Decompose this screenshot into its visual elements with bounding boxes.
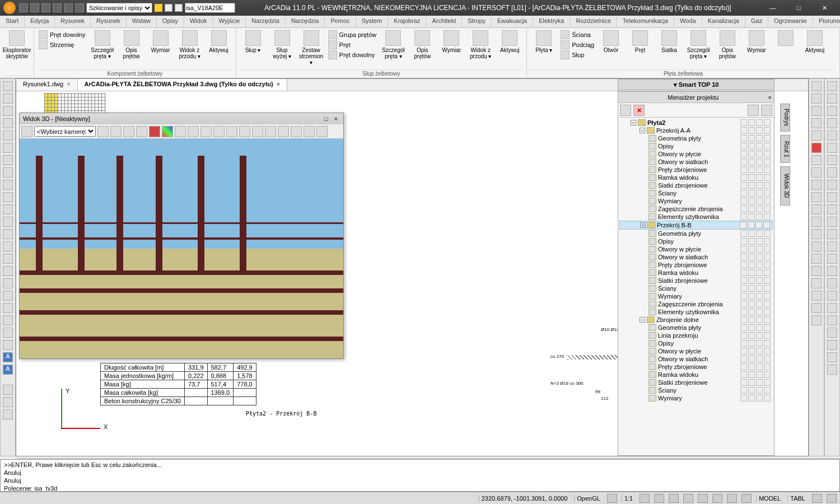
tree-item[interactable]: Elementy użytkownika — [619, 213, 773, 221]
minimize-button[interactable]: — — [760, 2, 785, 13]
rt-tool6-icon[interactable] — [811, 291, 822, 301]
lock-icon[interactable] — [748, 293, 755, 300]
lock-icon[interactable] — [748, 324, 755, 331]
ribbon-tab[interactable]: Telekomunikacja — [617, 16, 674, 27]
tree-item[interactable]: Siatki zbrojeniowe — [619, 277, 773, 284]
grupa-pretow-button[interactable]: Grupa prętów — [328, 30, 377, 39]
lock-icon[interactable] — [748, 332, 755, 339]
visibility-icon[interactable] — [740, 309, 747, 315]
visibility-icon[interactable] — [740, 190, 747, 197]
spline-tool-icon[interactable] — [3, 130, 13, 141]
visibility-icon[interactable] — [740, 182, 747, 189]
rt-delete-icon[interactable] — [811, 143, 822, 153]
checkbox[interactable] — [764, 356, 771, 362]
visibility-icon[interactable] — [740, 348, 747, 354]
visibility-icon[interactable] — [740, 230, 747, 237]
qat-undo-icon[interactable] — [64, 3, 73, 12]
otwor-button[interactable]: Otwór — [598, 29, 624, 54]
print-icon[interactable] — [756, 340, 763, 347]
tree-item[interactable]: Ramka widoku — [619, 371, 773, 379]
sb-icon[interactable] — [727, 494, 737, 503]
circle-tool-icon[interactable] — [3, 118, 13, 128]
sb-icon[interactable] — [712, 494, 722, 503]
pan-tool-icon[interactable] — [3, 385, 13, 395]
ribbon-tab[interactable]: Narzędzia — [286, 16, 325, 27]
print-icon[interactable] — [756, 213, 763, 220]
lock-icon[interactable] — [748, 135, 755, 142]
print-icon[interactable] — [756, 127, 763, 134]
checkbox[interactable] — [764, 379, 771, 386]
visibility-icon[interactable] — [740, 238, 747, 245]
lock-icon[interactable] — [748, 213, 755, 220]
slup-button[interactable]: Słup ▾ — [240, 29, 267, 54]
visibility-icon[interactable] — [740, 151, 747, 157]
checkbox[interactable] — [764, 262, 771, 268]
rt-pipe-icon[interactable] — [811, 118, 822, 128]
rt-tool3-icon[interactable] — [811, 254, 822, 264]
rt-tool2-icon[interactable] — [811, 241, 822, 251]
rt2-g-icon[interactable] — [827, 155, 837, 165]
checkbox[interactable] — [764, 230, 771, 237]
snapshot-icon[interactable] — [226, 126, 237, 137]
sb-icon[interactable] — [654, 494, 664, 503]
checkbox[interactable] — [764, 143, 771, 150]
panel-filter-icon[interactable] — [748, 105, 759, 116]
tree-item[interactable]: Siatki zbrojeniowe — [619, 379, 773, 386]
sun-icon[interactable] — [265, 126, 276, 137]
camera-icon[interactable] — [21, 126, 32, 137]
rt-polar-icon[interactable] — [811, 217, 822, 227]
checkbox[interactable] — [764, 340, 771, 347]
checkbox[interactable] — [764, 332, 771, 339]
lock-icon[interactable] — [748, 127, 755, 134]
lock-icon[interactable] — [748, 395, 755, 402]
ribbon-tab[interactable]: Ewakuacja — [492, 16, 533, 27]
visibility-icon[interactable] — [740, 324, 747, 331]
lock-icon[interactable] — [748, 363, 755, 370]
print-icon[interactable] — [756, 277, 763, 284]
lock-icon[interactable] — [748, 371, 755, 378]
wymiar-button[interactable]: Wymiar — [743, 29, 770, 54]
lock-icon[interactable] — [748, 151, 755, 157]
close-button[interactable]: ✕ — [812, 2, 837, 13]
rt-tool-icon[interactable] — [811, 229, 822, 239]
pret-button[interactable]: Pręt — [328, 40, 377, 49]
opis-pretow-button[interactable]: Opis prętów — [714, 29, 741, 60]
v3d1-icon[interactable] — [291, 126, 302, 137]
view3d-max-icon[interactable]: □ — [322, 115, 330, 122]
pret-dowolny-button[interactable]: Pręt dowolny — [328, 50, 377, 59]
tree-item[interactable]: Otwory w siatkach — [619, 355, 773, 363]
ray-tool-icon[interactable] — [3, 278, 13, 288]
model-label[interactable]: MODEL — [756, 495, 783, 502]
visibility-icon[interactable] — [740, 166, 747, 173]
print-icon[interactable] — [756, 293, 763, 300]
ribbon-tab[interactable]: Ogrzewanie — [768, 16, 813, 27]
rzut-tab[interactable]: Rzut 1 — [780, 135, 790, 163]
podrys-tab[interactable]: Podrys — [780, 104, 790, 132]
sb-icon[interactable] — [683, 494, 693, 503]
ribbon-tab[interactable]: Opisy — [157, 16, 184, 27]
rt2-a-icon[interactable] — [827, 81, 837, 91]
visibility-icon[interactable] — [740, 262, 747, 268]
checkbox[interactable] — [764, 324, 771, 331]
tree-item[interactable]: Linia przekroju — [619, 332, 773, 339]
print-icon[interactable] — [756, 285, 763, 292]
tree-item[interactable]: Ściany — [619, 386, 773, 394]
checkbox[interactable] — [764, 316, 771, 323]
print-icon[interactable] — [756, 135, 763, 142]
v3d2-icon[interactable] — [304, 126, 315, 137]
checkbox[interactable] — [764, 238, 771, 245]
view3d-close-icon[interactable]: × — [332, 115, 340, 122]
lock-icon[interactable] — [748, 262, 755, 268]
visibility-icon[interactable] — [740, 213, 747, 220]
rt-tool8-icon[interactable] — [811, 315, 822, 325]
lock-icon[interactable] — [748, 206, 755, 212]
sb-icon[interactable] — [669, 494, 679, 503]
ribbon-tab[interactable]: Krajobraz — [388, 16, 426, 27]
checkbox[interactable] — [764, 309, 771, 315]
shade-icon[interactable] — [149, 126, 160, 137]
rt2-h-icon[interactable] — [827, 167, 837, 178]
visibility-icon[interactable] — [740, 332, 747, 339]
rt2-k-icon[interactable] — [827, 204, 837, 214]
lock-icon[interactable] — [748, 174, 755, 181]
zestaw-strzemion-button[interactable]: Zestaw strzemion ▾ — [298, 29, 325, 67]
